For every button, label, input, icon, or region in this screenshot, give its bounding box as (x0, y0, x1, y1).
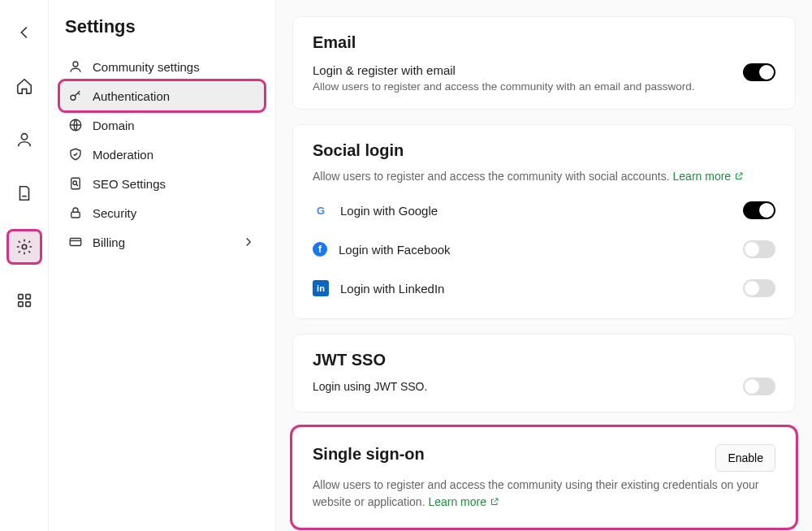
sidebar-item-label: Security (93, 206, 136, 220)
sidebar-item-domain[interactable]: Domain (60, 110, 264, 140)
rail-settings[interactable] (8, 231, 41, 263)
linkedin-login-toggle[interactable] (743, 279, 775, 297)
sidebar-item-billing[interactable]: Billing (60, 227, 264, 257)
single-sign-on-section: Single sign-on Enable Allow users to reg… (292, 427, 796, 528)
email-row-desc: Allow users to register and access the c… (313, 80, 743, 93)
jwt-desc: Login using JWT SSO. (313, 378, 427, 395)
social-desc: Allow users to register and access the c… (313, 168, 775, 185)
user-icon (15, 131, 33, 149)
svg-point-6 (73, 62, 78, 67)
svg-point-0 (21, 134, 27, 140)
sidebar-item-community-settings[interactable]: Community settings (60, 52, 264, 81)
social-title: Social login (313, 141, 775, 160)
google-icon: G (313, 202, 329, 218)
sidebar-item-label: Moderation (93, 148, 153, 162)
search-doc-icon (68, 176, 83, 191)
rail-apps[interactable] (8, 284, 41, 317)
rail-home[interactable] (8, 70, 41, 102)
svg-point-7 (71, 95, 76, 100)
user-icon (68, 59, 83, 74)
credit-card-icon (68, 235, 83, 249)
sidebar-item-label: Authentication (93, 89, 170, 103)
sso-title: Single sign-on (313, 445, 425, 464)
external-link-icon (734, 171, 744, 181)
sidebar-item-moderation[interactable]: Moderation (60, 140, 264, 169)
sidebar-item-seo-settings[interactable]: SEO Settings (60, 169, 264, 198)
email-row-label: Login & register with email (313, 63, 743, 77)
home-icon (15, 77, 33, 95)
sidebar: Settings Community settings Authenticati… (49, 0, 276, 531)
provider-row-google: G Login with Google (313, 196, 775, 224)
jwt-sso-section: JWT SSO Login using JWT SSO. (292, 334, 796, 412)
svg-rect-4 (18, 302, 23, 307)
rail-docs[interactable] (8, 177, 41, 209)
arrow-left-icon (15, 24, 33, 41)
lock-icon (68, 205, 83, 220)
main-content: Email Login & register with email Allow … (276, 0, 812, 531)
sso-enable-button[interactable]: Enable (715, 444, 775, 472)
gear-icon (15, 238, 33, 256)
provider-label: Login with LinkedIn (340, 282, 444, 296)
jwt-title: JWT SSO (313, 351, 775, 369)
jwt-sso-toggle[interactable] (743, 378, 775, 395)
provider-row-facebook: f Login with Facebook (313, 235, 775, 263)
svg-rect-2 (18, 295, 23, 300)
svg-rect-5 (25, 302, 30, 307)
sso-learn-more-link[interactable]: Learn more (428, 495, 499, 508)
svg-rect-12 (70, 239, 81, 246)
svg-rect-9 (71, 178, 80, 189)
facebook-login-toggle[interactable] (743, 240, 775, 258)
sidebar-item-label: Community settings (93, 60, 200, 74)
svg-rect-11 (71, 212, 80, 218)
svg-point-1 (22, 244, 27, 249)
facebook-icon: f (313, 242, 327, 257)
shield-icon (68, 147, 83, 162)
chevron-right-icon (241, 235, 256, 249)
provider-row-linkedin: in Login with LinkedIn (313, 274, 775, 302)
provider-label: Login with Google (340, 204, 438, 218)
sidebar-item-authentication[interactable]: Authentication (60, 81, 264, 110)
social-learn-more-link[interactable]: Learn more (673, 170, 744, 183)
svg-rect-3 (25, 295, 30, 300)
file-icon (15, 184, 33, 202)
back-button[interactable] (8, 16, 41, 49)
globe-icon (68, 118, 83, 132)
left-rail (0, 0, 49, 531)
apps-icon (15, 291, 33, 309)
key-icon (68, 88, 83, 103)
linkedin-icon: in (313, 280, 329, 296)
external-link-icon (490, 497, 499, 507)
sidebar-item-label: SEO Settings (93, 177, 166, 191)
social-login-section: Social login Allow users to register and… (292, 124, 796, 319)
rail-users[interactable] (8, 123, 41, 156)
sidebar-item-label: Domain (93, 119, 135, 132)
sidebar-item-label: Billing (93, 235, 125, 249)
sso-desc: Allow users to register and access the c… (313, 477, 775, 511)
provider-label: Login with Facebook (339, 243, 451, 257)
google-login-toggle[interactable] (743, 201, 775, 219)
page-title: Settings (60, 16, 264, 37)
email-title: Email (313, 33, 775, 52)
email-login-toggle[interactable] (743, 63, 775, 81)
sidebar-item-security[interactable]: Security (60, 198, 264, 227)
email-section: Email Login & register with email Allow … (292, 16, 796, 110)
